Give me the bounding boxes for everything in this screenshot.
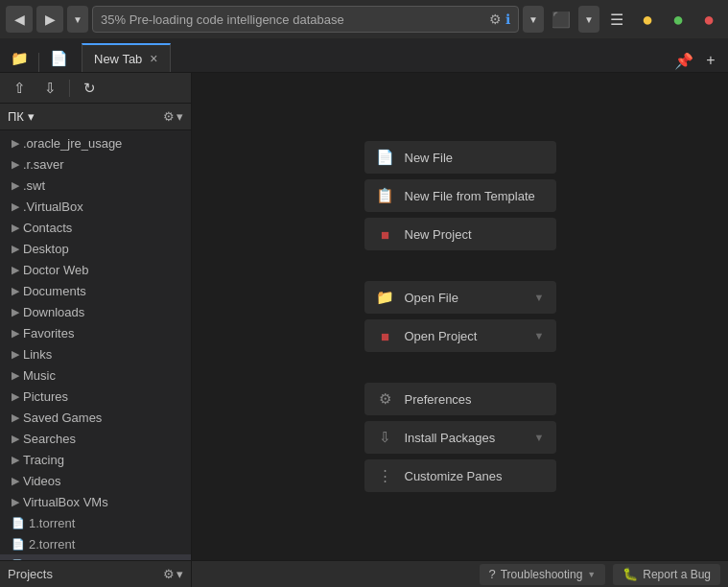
sidebar-item-2torrent[interactable]: 📄 2.torrent: [0, 533, 191, 554]
maximize-button[interactable]: ●: [665, 6, 692, 33]
install-packages-icon: ⇩: [376, 429, 395, 446]
folder-icon: ▶: [12, 158, 19, 171]
sidebar-item-1torrent[interactable]: 📄 1.torrent: [0, 512, 191, 533]
sidebar-item-downloads[interactable]: ▶ Downloads: [0, 301, 191, 322]
content-area: 📄 New File 📋 New File from Template ■ Ne…: [192, 73, 728, 587]
sidebar-item-label: VirtualBox VMs: [23, 495, 108, 509]
sidebar-item-documents[interactable]: ▶ Documents: [0, 280, 191, 301]
sidebar-item-virtualbox[interactable]: ▶ .VirtualBox: [0, 196, 191, 217]
sidebar-tb-separator: [69, 80, 70, 97]
folder-icon: ▶: [12, 348, 19, 361]
preferences-button[interactable]: ⚙ Preferences: [364, 383, 556, 415]
sidebar-item-pictures[interactable]: ▶ Pictures: [0, 386, 191, 407]
sidebar-item-savedgames[interactable]: ▶ Saved Games: [0, 407, 191, 428]
sidebar-refresh-button[interactable]: ↻: [76, 76, 103, 101]
address-dropdown-button[interactable]: ▼: [523, 6, 544, 33]
settings-icon: ⚙: [489, 12, 502, 27]
new-file-template-icon: 📋: [376, 187, 395, 204]
open-file-arrow: ▼: [534, 292, 545, 303]
tab-close-button[interactable]: ×: [150, 52, 157, 65]
close-button[interactable]: ●: [695, 6, 722, 33]
tab-label: New Tab: [94, 52, 142, 66]
new-file-button[interactable]: 📄 New File: [364, 141, 556, 174]
sidebar-item-oracle[interactable]: ▶ .oracle_jre_usage: [0, 132, 191, 153]
preferences-label: Preferences: [405, 392, 545, 407]
layout-dropdown-button[interactable]: ▼: [578, 6, 599, 33]
sidebar-item-label: .r.saver: [23, 157, 64, 172]
sidebar-gear-button[interactable]: ⚙ ▾: [163, 109, 183, 124]
sidebar-gear-icon: ⚙: [163, 109, 175, 124]
new-tab-button[interactable]: +: [699, 49, 722, 72]
new-project-button[interactable]: ■ New Project: [364, 218, 556, 250]
open-file-button[interactable]: 📁 Open File ▼: [364, 281, 556, 314]
new-file-icon: 📄: [376, 149, 395, 166]
nav-dropdown-button[interactable]: ▼: [67, 6, 88, 33]
report-bug-label: Report a Bug: [643, 568, 711, 581]
folder-icon: ▶: [12, 390, 19, 403]
sidebar-item-rsaver[interactable]: ▶ .r.saver: [0, 153, 191, 175]
folder-icon: ▶: [12, 264, 19, 276]
sidebar-item-label: Favorites: [23, 326, 74, 340]
sidebar-item-label: Videos: [23, 474, 61, 488]
sidebar-item-videos[interactable]: ▶ Videos: [0, 470, 191, 491]
folder-icon: ▶: [12, 496, 19, 508]
open-project-icon: ■: [376, 328, 395, 344]
sidebar-item-favorites[interactable]: ▶ Favorites: [0, 322, 191, 343]
folder-icon: ▶: [12, 454, 19, 466]
sidebar-item-label: 1.torrent: [29, 516, 75, 530]
pin-button[interactable]: 📌: [672, 49, 695, 72]
sidebar-item-label: Searches: [23, 432, 76, 446]
install-packages-button[interactable]: ⇩ Install Packages ▼: [364, 421, 556, 454]
sidebar-item-contacts[interactable]: ▶ Contacts: [0, 217, 191, 238]
projects-gear-button[interactable]: ⚙ ▾: [163, 567, 183, 581]
new-tab[interactable]: New Tab ×: [82, 43, 171, 72]
folder-icon: ▶: [12, 475, 19, 487]
file-icon: 📄: [50, 50, 68, 67]
folder-icon: ▶: [12, 222, 19, 234]
titlebar: ◀ ▶ ▼ 35% Pre-loading code intelligence …: [0, 0, 728, 38]
troubleshooting-button[interactable]: ? Troubleshooting ▼: [480, 564, 606, 585]
menu-button[interactable]: ☰: [603, 6, 630, 33]
sidebar-item-tracing[interactable]: ▶ Tracing: [0, 449, 191, 470]
sidebar-item-label: Tracing: [23, 453, 64, 467]
sidebar-item-searches[interactable]: ▶ Searches: [0, 428, 191, 449]
sidebar-item-virtualboxvms[interactable]: ▶ VirtualBox VMs: [0, 491, 191, 512]
sidebar-item-doctorweb[interactable]: ▶ Doctor Web: [0, 259, 191, 280]
new-project-icon: ■: [376, 226, 395, 243]
projects-gear-icon: ⚙: [163, 567, 175, 581]
folder-icon: 📁: [11, 50, 29, 67]
sidebar-list: ▶ .oracle_jre_usage ▶ .r.saver ▶ .swt ▶ …: [0, 130, 191, 560]
sidebar-item-links[interactable]: ▶ Links: [0, 343, 191, 364]
open-project-button[interactable]: ■ Open Project ▼: [364, 319, 556, 352]
sidebar-location-text: ПК: [8, 109, 24, 124]
sidebar-item-desktop[interactable]: ▶ Desktop: [0, 238, 191, 259]
sidebar-location[interactable]: ПК ▾: [8, 109, 35, 124]
sidebar-item-label: Saved Games: [23, 411, 102, 425]
forward-button[interactable]: ▶: [36, 6, 63, 33]
back-button[interactable]: ◀: [6, 6, 33, 33]
new-file-template-label: New File from Template: [405, 189, 545, 203]
customize-panes-label: Customize Panes: [405, 469, 545, 483]
open-file-label: Open File: [405, 291, 525, 305]
sidebar-toolbar: ⇧ ⇩ ↻: [0, 73, 191, 104]
sidebar-header: ПК ▾ ⚙ ▾: [0, 104, 191, 130]
file-tab-icon[interactable]: 📄: [43, 45, 74, 72]
new-file-template-button[interactable]: 📋 New File from Template: [364, 179, 556, 212]
folder-tab-icon[interactable]: 📁: [4, 45, 35, 72]
action-group-2: 📁 Open File ▼ ■ Open Project ▼: [364, 281, 556, 352]
sidebar-down-button[interactable]: ⇩: [36, 76, 63, 101]
customize-panes-button[interactable]: ⋮ Customize Panes: [364, 459, 556, 492]
report-bug-button[interactable]: 🐛 Report a Bug: [613, 564, 720, 585]
open-file-icon: 📁: [376, 289, 395, 306]
sidebar-footer: Projects ⚙ ▾: [0, 560, 191, 587]
open-project-arrow: ▼: [534, 330, 545, 341]
folder-icon: ▶: [12, 369, 19, 382]
sidebar-up-button[interactable]: ⇧: [6, 76, 33, 101]
minimize-button[interactable]: ●: [634, 6, 661, 33]
sidebar-item-label: .swt: [23, 178, 45, 193]
layout-button[interactable]: ⬛: [548, 6, 575, 33]
sidebar-item-music[interactable]: ▶ Music: [0, 364, 191, 386]
sidebar-item-label: Contacts: [23, 221, 72, 235]
sidebar-item-swt[interactable]: ▶ .swt: [0, 175, 191, 196]
folder-icon: ▶: [12, 327, 19, 340]
